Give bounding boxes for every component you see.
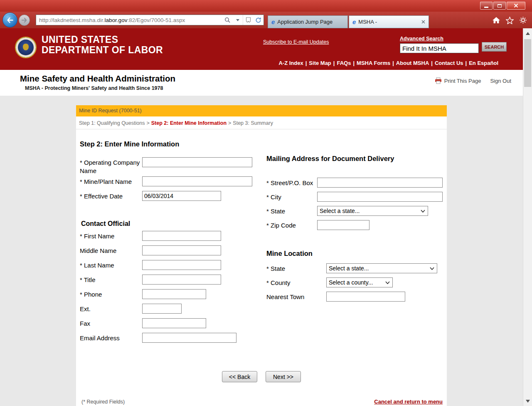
search-icon[interactable] bbox=[222, 15, 232, 25]
scrollbar-thumb[interactable] bbox=[524, 39, 531, 87]
location-state-label: * State bbox=[266, 263, 326, 273]
compatibility-view-icon[interactable] bbox=[243, 15, 253, 25]
vertical-scrollbar[interactable] bbox=[523, 28, 532, 406]
street-input[interactable] bbox=[317, 178, 443, 188]
form-footer: (* Required Fields) Cancel and return to… bbox=[81, 399, 443, 405]
find-it-search-input[interactable] bbox=[400, 43, 479, 53]
scroll-up-arrow[interactable] bbox=[523, 29, 532, 37]
advanced-search-link[interactable]: Advanced Search bbox=[400, 36, 443, 42]
browser-navbar: http://lakdnettest.msha.dir.labor.gov:82… bbox=[0, 12, 532, 28]
county-select[interactable]: Select a county... bbox=[326, 277, 393, 287]
nav-msha-forms[interactable]: MSHA Forms bbox=[357, 60, 390, 66]
location-state-select[interactable]: Select a state... bbox=[326, 263, 437, 273]
nav-faqs[interactable]: FAQs bbox=[337, 60, 351, 66]
nav-contact-us[interactable]: Contact Us bbox=[435, 60, 463, 66]
last-name-label: * Last Name bbox=[80, 260, 142, 270]
phone-input[interactable] bbox=[142, 289, 206, 299]
breadcrumb-step1[interactable]: Step 1: Qualifying Questions bbox=[79, 120, 145, 126]
nearest-town-input[interactable] bbox=[326, 292, 405, 302]
nav-en-espanol[interactable]: En Español bbox=[469, 60, 498, 66]
operating-company-label: * Operating Company Name bbox=[80, 157, 142, 175]
first-name-row: * First Name bbox=[80, 231, 264, 241]
mailing-state-select[interactable]: Select a state... bbox=[317, 206, 428, 216]
close-icon bbox=[514, 3, 518, 8]
county-label: * County bbox=[266, 277, 326, 287]
chevron-down-icon bbox=[430, 267, 434, 270]
zip-input[interactable] bbox=[317, 220, 369, 230]
middle-name-input[interactable] bbox=[142, 245, 221, 255]
phone-label: * Phone bbox=[80, 289, 142, 299]
mine-id-request-form: Mine ID Request (7000-51) Step 1: Qualif… bbox=[76, 105, 447, 406]
scroll-down-arrow[interactable] bbox=[523, 397, 532, 405]
maximize-icon bbox=[498, 4, 502, 7]
chevron-down-icon bbox=[385, 281, 390, 284]
email-input[interactable] bbox=[142, 333, 236, 343]
form-columns: * Operating Company Name * Mine/Plant Na… bbox=[76, 157, 447, 347]
city-input[interactable] bbox=[317, 192, 443, 202]
page-background: Mine ID Request (7000-51) Step 1: Qualif… bbox=[0, 96, 523, 406]
mailing-state-row: * State Select a state... bbox=[264, 206, 447, 216]
form-banner: Mine ID Request (7000-51) bbox=[76, 105, 447, 116]
effective-date-label: * Effective Date bbox=[80, 191, 142, 201]
gear-icon[interactable] bbox=[519, 16, 527, 26]
agency-name: UNITED STATES DEPARTMENT OF LABOR bbox=[42, 35, 163, 55]
last-name-input[interactable] bbox=[142, 260, 221, 270]
nav-site-map[interactable]: Site Map bbox=[309, 60, 331, 66]
middle-name-row: Middle Name bbox=[80, 245, 264, 255]
maximize-button[interactable] bbox=[493, 2, 506, 10]
site-tagline: MSHA - Protecting Miners' Safety and Hea… bbox=[25, 85, 163, 91]
title-label: * Title bbox=[80, 275, 142, 285]
nav-az-index[interactable]: A-Z Index bbox=[278, 60, 303, 66]
next-step-button[interactable]: Next >> bbox=[266, 371, 301, 382]
effective-date-input[interactable] bbox=[142, 191, 221, 201]
address-dropdown-icon[interactable] bbox=[232, 15, 243, 25]
favorites-star-icon[interactable] bbox=[506, 17, 514, 26]
sign-out-link[interactable]: Sign Out bbox=[490, 78, 511, 84]
minimize-button[interactable] bbox=[480, 2, 493, 10]
back-button[interactable] bbox=[2, 12, 17, 27]
street-label: * Street/P.O. Box bbox=[266, 178, 317, 188]
mailing-state-label: * State bbox=[266, 206, 317, 216]
chevron-down-icon bbox=[421, 210, 425, 213]
title-row: * Title bbox=[80, 275, 264, 285]
forward-button[interactable] bbox=[19, 15, 30, 26]
site-title: Mine Safety and Health Administration bbox=[20, 74, 175, 84]
first-name-input[interactable] bbox=[142, 231, 221, 241]
title-input[interactable] bbox=[142, 275, 221, 285]
ext-row: Ext. bbox=[80, 304, 264, 314]
print-this-page-link[interactable]: Print This Page bbox=[435, 77, 481, 84]
search-button[interactable]: SEARCH bbox=[482, 42, 507, 52]
home-icon[interactable] bbox=[492, 17, 500, 25]
mine-location-heading: Mine Location bbox=[266, 250, 447, 257]
city-row: * City bbox=[264, 192, 447, 202]
zip-row: * Zip Code bbox=[264, 220, 447, 230]
minimize-icon bbox=[484, 7, 488, 8]
location-state-row: * State Select a state... bbox=[264, 263, 447, 273]
close-button[interactable] bbox=[507, 2, 525, 10]
back-step-button[interactable]: << Back bbox=[222, 371, 257, 382]
breadcrumb: Step 1: Qualifying Questions>Step 2: Ent… bbox=[76, 116, 447, 129]
nav-about-msha[interactable]: About MSHA bbox=[396, 60, 429, 66]
tab-application-jump-page[interactable]: e Application Jump Page bbox=[268, 15, 348, 28]
refresh-icon[interactable] bbox=[253, 15, 264, 25]
email-row: Email Address bbox=[80, 333, 264, 343]
operating-company-input[interactable] bbox=[142, 157, 252, 167]
dol-seal-logo bbox=[15, 37, 37, 58]
tab-close-icon[interactable] bbox=[421, 20, 425, 24]
browser-window: http://lakdnettest.msha.dir.labor.gov:82… bbox=[0, 0, 532, 406]
fax-input[interactable] bbox=[142, 318, 206, 328]
address-bar[interactable]: http://lakdnettest.msha.dir.labor.gov:82… bbox=[36, 15, 264, 25]
mine-plant-input[interactable] bbox=[142, 176, 252, 186]
top-nav: A-Z Index|Site Map|FAQs|MSHA Forms|About… bbox=[278, 60, 498, 66]
form-buttons: << Back Next >> bbox=[76, 371, 447, 382]
county-row: * County Select a county... bbox=[264, 277, 447, 287]
subscribe-link[interactable]: Subscribe to E-mail Updates bbox=[263, 39, 329, 45]
cancel-return-link[interactable]: Cancel and return to menu bbox=[374, 399, 443, 405]
msha-bar: Mine Safety and Health Administration MS… bbox=[0, 70, 523, 96]
browser-toolbar-icons bbox=[492, 16, 527, 26]
tab-msha[interactable]: e MSHA - bbox=[349, 15, 429, 28]
ext-input[interactable] bbox=[142, 304, 182, 314]
breadcrumb-step3: Step 3: Summary bbox=[233, 120, 273, 126]
last-name-row: * Last Name bbox=[80, 260, 264, 270]
left-column: * Operating Company Name * Mine/Plant Na… bbox=[80, 157, 264, 347]
